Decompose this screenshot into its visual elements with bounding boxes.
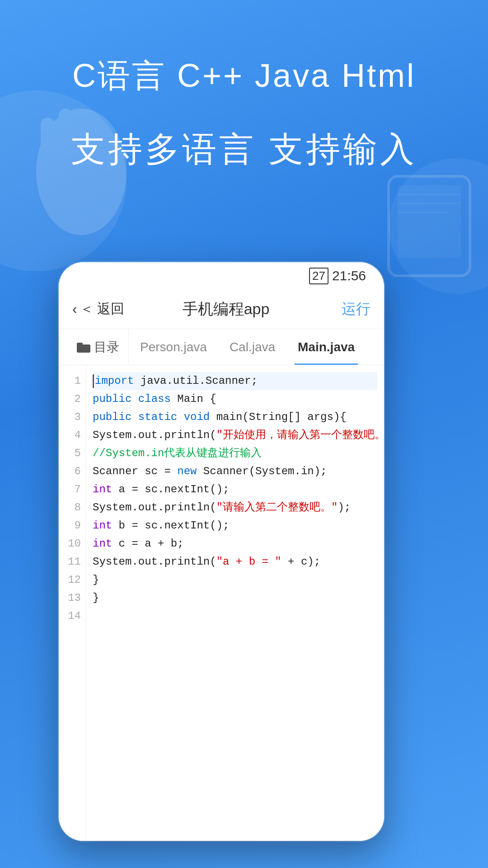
code-line-8: System.out.println("请输入第二个整数吧。");: [93, 499, 377, 517]
status-icons: 27 21:56: [309, 268, 366, 284]
line-num-7: 7: [59, 481, 85, 499]
code-line-2: public class Main {: [93, 390, 377, 408]
token: int: [93, 519, 112, 532]
line-num-12: 12: [59, 571, 85, 589]
tab-cal-java[interactable]: Cal.java: [218, 329, 286, 365]
line-num-3: 3: [59, 408, 85, 426]
tab-cal-java-label: Cal.java: [230, 340, 275, 354]
line-num-1: 1: [59, 372, 85, 390]
line-num-5: 5: [59, 444, 85, 462]
phone-frame: 27 21:56 ‹ ＜ 返回 手机编程app 运行: [59, 262, 384, 841]
battery-level: 27: [312, 269, 325, 283]
token: Main {: [171, 393, 216, 405]
code-line-13: }: [93, 589, 377, 607]
battery-indicator: 27: [309, 268, 328, 284]
phone-inner: 27 21:56 ‹ ＜ 返回 手机编程app 运行: [59, 262, 384, 841]
run-button[interactable]: 运行: [325, 299, 371, 319]
token: [131, 411, 138, 423]
token: int: [93, 483, 112, 495]
hero-title: C语言 C++ Java Html: [0, 54, 488, 98]
token: main(String[] args){: [210, 411, 346, 423]
token: System.out.println(: [93, 429, 216, 441]
token: }: [93, 574, 99, 586]
svg-rect-5: [389, 176, 470, 276]
code-line-11: System.out.println("a + b = " + c);: [93, 553, 377, 571]
token: java.util.Scanner;: [134, 375, 258, 387]
code-line-4: System.out.println("开始使用，请输入第一个整数吧。");: [93, 426, 377, 444]
token: void: [184, 411, 210, 423]
nav-bar: ‹ ＜ 返回 手机编程app 运行: [59, 289, 384, 329]
clock: 21:56: [332, 268, 366, 283]
token: import: [95, 375, 134, 387]
line-numbers: 1 2 3 4 5 6 7 8 9 10 11 12 13 14: [59, 365, 86, 841]
token: new: [177, 465, 197, 477]
hero-subtitle: 支持多语言 支持输入: [0, 127, 488, 173]
phone-mockup: 27 21:56 ‹ ＜ 返回 手机编程app 运行: [59, 262, 384, 841]
token: class: [138, 393, 171, 405]
token: "a + b = ": [216, 556, 282, 568]
token: "请输入第二个整数吧。": [216, 501, 338, 514]
token: Scanner(System.in);: [197, 465, 327, 477]
tab-person-java[interactable]: Person.java: [129, 329, 218, 365]
token: System.out.println(: [93, 556, 216, 568]
tab-folder[interactable]: 目录: [68, 329, 129, 365]
line-num-13: 13: [59, 589, 85, 607]
svg-rect-11: [77, 343, 83, 346]
code-line-5: //System.in代表从键盘进行输入: [93, 444, 377, 462]
bg-circle-left: [0, 90, 127, 271]
code-line-1: import java.util.Scanner;: [93, 372, 377, 390]
line-num-10: 10: [59, 535, 85, 553]
svg-rect-6: [398, 185, 461, 258]
code-line-9: int b = sc.nextInt();: [93, 517, 377, 535]
token: [177, 411, 183, 423]
token: static: [138, 411, 177, 423]
line-num-9: 9: [59, 517, 85, 535]
code-content[interactable]: import java.util.Scanner; public class M…: [86, 365, 384, 841]
tab-bar: 目录 Person.java Cal.java Main.java: [59, 329, 384, 365]
back-button[interactable]: ‹ ＜ 返回: [72, 300, 127, 318]
cursor: [93, 374, 94, 388]
token: "开始使用，请输入第一个整数吧。": [216, 429, 384, 441]
code-line-10: int c = a + b;: [93, 535, 377, 553]
bg-circle-right: [389, 158, 488, 294]
token: b = sc.nextInt();: [112, 519, 229, 532]
back-label: ＜ 返回: [80, 300, 124, 318]
line-num-11: 11: [59, 553, 85, 571]
line-num-8: 8: [59, 499, 85, 517]
token: }: [93, 592, 99, 604]
tab-main-java[interactable]: Main.java: [286, 329, 366, 365]
token: + c);: [282, 556, 320, 568]
nav-title: 手机编程app: [127, 299, 325, 320]
bg-tablet-decoration: [384, 172, 474, 280]
back-chevron-icon: ‹: [72, 301, 77, 317]
code-line-14: [93, 607, 377, 625]
status-bar: 27 21:56: [59, 262, 384, 289]
tab-main-java-label: Main.java: [298, 340, 355, 354]
token: c = a + b;: [112, 538, 183, 550]
token: a = sc.nextInt();: [112, 483, 229, 495]
code-editor: 1 2 3 4 5 6 7 8 9 10 11 12 13 14: [59, 365, 384, 841]
token: Scanner sc =: [93, 465, 177, 477]
folder-icon: [77, 342, 90, 353]
code-line-3: public static void main(String[] args){: [93, 408, 377, 426]
token: public: [93, 411, 131, 423]
token: public: [93, 393, 131, 405]
token: System.out.println(: [93, 501, 216, 514]
code-line-12: }: [93, 571, 377, 589]
line-num-14: 14: [59, 607, 85, 625]
folder-label: 目录: [94, 339, 119, 356]
code-line-6: Scanner sc = new Scanner(System.in);: [93, 462, 377, 481]
code-line-7: int a = sc.nextInt();: [93, 481, 377, 499]
token: [131, 393, 138, 405]
token: int: [93, 538, 112, 550]
line-num-6: 6: [59, 462, 85, 481]
tab-person-java-label: Person.java: [140, 340, 207, 354]
token: //System.in代表从键盘进行输入: [93, 447, 262, 459]
line-num-2: 2: [59, 390, 85, 408]
line-num-4: 4: [59, 426, 85, 444]
token: );: [338, 501, 351, 514]
